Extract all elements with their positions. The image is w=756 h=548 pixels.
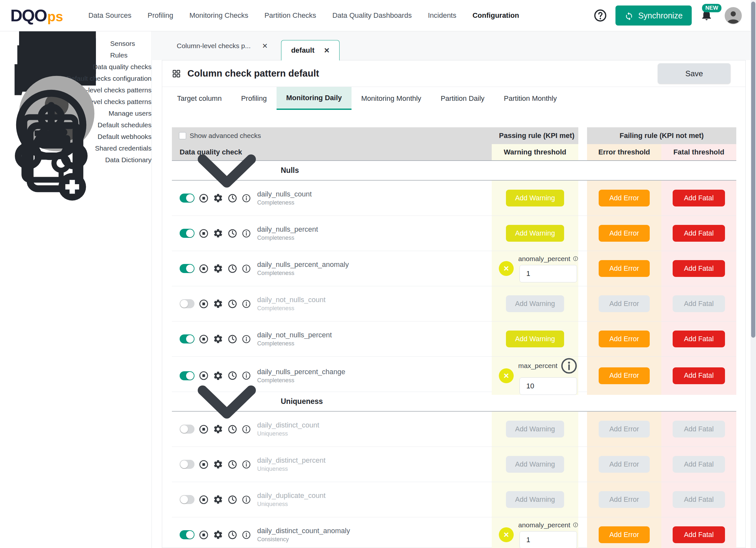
nav-item-partition-checks[interactable]: Partition Checks bbox=[264, 11, 316, 20]
info-icon[interactable] bbox=[242, 425, 251, 434]
nav-item-profiling[interactable]: Profiling bbox=[148, 11, 173, 20]
add-error-button[interactable]: Add Error bbox=[599, 456, 650, 473]
remove-rule-button[interactable]: × bbox=[499, 368, 514, 383]
settings-icon[interactable] bbox=[213, 263, 223, 274]
add-fatal-button[interactable]: Add Fatal bbox=[673, 260, 725, 277]
info-icon[interactable] bbox=[242, 334, 251, 344]
run-check-icon[interactable] bbox=[199, 459, 209, 469]
check-enabled-toggle[interactable] bbox=[180, 460, 194, 469]
check-enabled-toggle[interactable] bbox=[180, 371, 194, 380]
run-check-icon[interactable] bbox=[199, 424, 209, 434]
info-icon[interactable] bbox=[242, 194, 251, 203]
check-enabled-toggle[interactable] bbox=[180, 229, 194, 238]
add-fatal-button[interactable]: Add Fatal bbox=[673, 456, 725, 473]
add-fatal-button[interactable]: Add Fatal bbox=[673, 225, 725, 242]
check-enabled-toggle[interactable] bbox=[180, 264, 194, 273]
schedule-icon[interactable] bbox=[227, 299, 237, 309]
schedule-icon[interactable] bbox=[227, 334, 237, 344]
add-error-button[interactable]: Add Error bbox=[599, 260, 650, 277]
add-fatal-button[interactable]: Add Fatal bbox=[673, 421, 725, 437]
settings-icon[interactable] bbox=[213, 424, 223, 434]
add-warning-button[interactable]: Add Warning bbox=[506, 225, 564, 242]
info-icon[interactable] bbox=[242, 530, 251, 540]
add-warning-button[interactable]: Add Warning bbox=[506, 331, 564, 347]
user-avatar[interactable] bbox=[725, 7, 742, 24]
info-icon[interactable] bbox=[242, 264, 251, 273]
settings-icon[interactable] bbox=[213, 228, 223, 238]
check-enabled-toggle[interactable] bbox=[180, 530, 194, 539]
schedule-icon[interactable] bbox=[227, 193, 237, 203]
settings-icon[interactable] bbox=[213, 193, 223, 203]
add-fatal-button[interactable]: Add Fatal bbox=[673, 526, 725, 543]
add-error-button[interactable]: Add Error bbox=[599, 295, 650, 312]
remove-rule-button[interactable]: × bbox=[499, 261, 514, 276]
run-check-icon[interactable] bbox=[199, 228, 209, 238]
run-check-icon[interactable] bbox=[199, 299, 209, 309]
add-error-button[interactable]: Add Error bbox=[599, 491, 650, 508]
sidebar-item-data-dictionary[interactable]: Data Dictionary bbox=[0, 154, 152, 166]
add-fatal-button[interactable]: Add Fatal bbox=[673, 491, 725, 508]
tab-monitoring-monthly[interactable]: Monitoring Monthly bbox=[352, 87, 431, 110]
nav-item-data-sources[interactable]: Data Sources bbox=[88, 11, 131, 20]
scrollbar-thumb[interactable] bbox=[751, 2, 755, 338]
tab-target-column[interactable]: Target column bbox=[167, 87, 231, 110]
schedule-icon[interactable] bbox=[227, 495, 237, 505]
add-error-button[interactable]: Add Error bbox=[599, 225, 650, 242]
run-check-icon[interactable] bbox=[199, 530, 209, 540]
add-error-button[interactable]: Add Error bbox=[599, 526, 650, 543]
nav-item-incidents[interactable]: Incidents bbox=[428, 11, 456, 20]
info-icon[interactable] bbox=[242, 299, 251, 309]
add-warning-button[interactable]: Add Warning bbox=[506, 190, 564, 206]
doc-tab-column-level-checks-p[interactable]: Column-level checks p...× bbox=[168, 31, 276, 60]
add-fatal-button[interactable]: Add Fatal bbox=[673, 190, 725, 206]
remove-rule-button[interactable]: × bbox=[499, 527, 514, 542]
check-enabled-toggle[interactable] bbox=[180, 495, 194, 504]
run-check-icon[interactable] bbox=[199, 334, 209, 344]
check-enabled-toggle[interactable] bbox=[180, 425, 194, 434]
schedule-icon[interactable] bbox=[227, 228, 237, 238]
add-warning-button[interactable]: Add Warning bbox=[506, 421, 564, 437]
add-warning-button[interactable]: Add Warning bbox=[506, 295, 564, 312]
parameter-value-input[interactable] bbox=[520, 531, 577, 548]
info-icon[interactable] bbox=[242, 495, 251, 504]
synchronize-button[interactable]: Synchronize bbox=[615, 5, 692, 26]
run-check-icon[interactable] bbox=[199, 193, 209, 203]
close-icon[interactable]: × bbox=[324, 46, 329, 55]
settings-icon[interactable] bbox=[213, 530, 223, 540]
info-icon[interactable] bbox=[242, 229, 251, 238]
close-icon[interactable]: × bbox=[262, 41, 268, 50]
add-fatal-button[interactable]: Add Fatal bbox=[673, 367, 725, 384]
tab-partition-monthly[interactable]: Partition Monthly bbox=[494, 87, 567, 110]
schedule-icon[interactable] bbox=[227, 530, 237, 540]
nav-item-data-quality-dashboards[interactable]: Data Quality Dashboards bbox=[332, 11, 412, 20]
add-warning-button[interactable]: Add Warning bbox=[506, 491, 564, 508]
help-icon[interactable] bbox=[593, 9, 607, 22]
check-enabled-toggle[interactable] bbox=[180, 299, 194, 308]
schedule-icon[interactable] bbox=[227, 424, 237, 434]
nav-item-configuration[interactable]: Configuration bbox=[472, 11, 519, 20]
settings-icon[interactable] bbox=[213, 334, 223, 344]
info-icon[interactable] bbox=[242, 460, 251, 469]
save-button[interactable]: Save bbox=[658, 63, 730, 84]
settings-icon[interactable] bbox=[213, 459, 223, 469]
add-fatal-button[interactable]: Add Fatal bbox=[673, 295, 725, 312]
doc-tab-default[interactable]: default× bbox=[281, 40, 339, 60]
tab-monitoring-daily[interactable]: Monitoring Daily bbox=[277, 87, 352, 110]
schedule-icon[interactable] bbox=[227, 264, 237, 274]
add-error-button[interactable]: Add Error bbox=[599, 421, 650, 437]
info-icon[interactable] bbox=[573, 522, 578, 528]
info-icon[interactable] bbox=[560, 357, 578, 375]
app-logo[interactable]: DQO ps bbox=[10, 6, 63, 25]
tab-partition-daily[interactable]: Partition Daily bbox=[431, 87, 494, 110]
notifications-button[interactable]: NEW bbox=[700, 8, 713, 23]
schedule-icon[interactable] bbox=[227, 459, 237, 469]
settings-icon[interactable] bbox=[213, 299, 223, 309]
check-enabled-toggle[interactable] bbox=[180, 194, 194, 203]
check-enabled-toggle[interactable] bbox=[180, 334, 194, 343]
add-error-button[interactable]: Add Error bbox=[599, 331, 650, 347]
settings-icon[interactable] bbox=[213, 494, 223, 505]
run-check-icon[interactable] bbox=[199, 495, 209, 505]
add-error-button[interactable]: Add Error bbox=[599, 367, 650, 384]
parameter-value-input[interactable] bbox=[520, 265, 577, 282]
scrollbar-track[interactable] bbox=[751, 0, 756, 548]
